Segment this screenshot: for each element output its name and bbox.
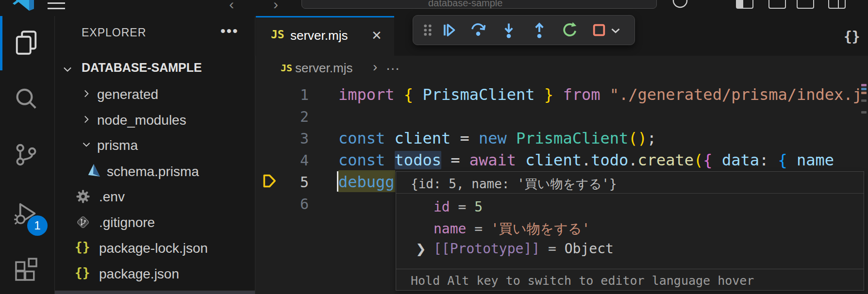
source-control-icon — [13, 141, 40, 168]
chevron-down-icon — [81, 139, 92, 150]
drag-grip-icon[interactable] — [418, 21, 437, 39]
divider — [396, 269, 864, 269]
vscode-window: { "colors": { "accent": "#0078d4", "kwBl… — [0, 0, 868, 294]
extensions-icon — [13, 256, 40, 283]
json-icon: {} — [75, 240, 90, 254]
tree-item-label: generated — [97, 87, 158, 102]
debug-session-dropdown[interactable] — [608, 21, 623, 39]
nav-back-icon[interactable]: ‹ — [229, 0, 234, 13]
close-tab-icon[interactable]: ✕ — [371, 28, 382, 43]
command-center-text: database-sample — [428, 0, 502, 9]
active-view-indicator — [0, 16, 2, 70]
js-file-icon: JS — [281, 62, 292, 74]
sidebar-title: EXPLORER — [82, 26, 146, 39]
tree-item-label: node_modules — [97, 113, 186, 128]
tree-file-.gitignore[interactable]: .gitignore — [54, 210, 255, 235]
code-line-1[interactable]: 1import { PrismaClient } from "./generat… — [255, 83, 868, 105]
tree-item-label: package.json — [99, 266, 179, 282]
divider — [396, 193, 864, 194]
debug-continue-button[interactable] — [439, 21, 457, 39]
explorer-selected-item[interactable] — [54, 291, 255, 294]
code-text: import { PrismaClient } from "./generate… — [338, 85, 862, 104]
tab-label: server.mjs — [290, 28, 348, 43]
nav-forward-icon[interactable]: › — [273, 0, 278, 13]
search-icon — [13, 86, 40, 113]
hover-hint: Hold Alt key to switch to editor languag… — [411, 274, 754, 288]
debug-hover-widget: {id: 5, name: '買い物をする'} id = 5name = '買い… — [396, 171, 864, 291]
chevron-right-icon[interactable]: ❯ — [416, 242, 426, 257]
hover-variable-Prototype[interactable]: ❯[[Prototype]] = Object — [396, 238, 864, 259]
tree-file-package-lock.json[interactable]: {}package-lock.json — [54, 236, 255, 261]
tree-item-label: schema.prisma — [107, 164, 199, 180]
tree-item-label: prisma — [97, 138, 138, 153]
variable-text: name = '買い物をする' — [434, 220, 590, 238]
line-number[interactable]: 3 — [260, 130, 309, 147]
toggle-panel-icon[interactable] — [768, 0, 786, 9]
step-into-button[interactable] — [500, 21, 518, 39]
js-file-icon: JS — [271, 28, 284, 41]
breadcrumb-file[interactable]: server.mjs — [295, 61, 352, 76]
tree-item-label: .env — [99, 189, 125, 205]
code-text: debugg — [338, 173, 395, 191]
braces-actions-icon[interactable]: {} — [844, 29, 860, 45]
breadcrumb-symbol[interactable]: … — [385, 57, 400, 73]
restart-button[interactable] — [561, 21, 579, 39]
hover-variable-name[interactable]: name = '買い物をする' — [396, 217, 864, 238]
line-number[interactable]: 1 — [260, 86, 309, 103]
line-number[interactable]: 6 — [260, 196, 309, 212]
line-number[interactable]: 4 — [260, 152, 309, 169]
gear-icon — [75, 188, 91, 205]
section-label: DATABASE-SAMPLE — [82, 61, 202, 75]
code-text: const todos = await client.todo.create({… — [338, 151, 834, 169]
code-line-2[interactable]: 2 — [255, 105, 868, 127]
step-out-button[interactable] — [530, 21, 549, 39]
code-text: const client = new PrismaClient(); — [338, 129, 656, 147]
menu-icon[interactable] — [48, 0, 65, 9]
explorer-sidebar: EXPLORER ••• DATABASE-SAMPLE generatedno… — [54, 16, 255, 294]
prisma-icon — [85, 163, 102, 180]
more-actions-icon[interactable]: ••• — [220, 23, 239, 39]
tree-item-label: .gitignore — [99, 215, 155, 230]
line-number[interactable]: 5 — [260, 174, 309, 191]
step-over-icon — [469, 21, 487, 39]
stop-icon — [590, 21, 608, 39]
command-center[interactable]: database-sample — [301, 0, 657, 9]
code-line-4[interactable]: 4const todos = await client.todo.create(… — [255, 148, 868, 170]
tree-file-.env[interactable]: .env — [54, 184, 255, 210]
tree-folder-generated[interactable]: generated — [54, 82, 255, 107]
account-icon[interactable] — [672, 0, 688, 9]
activity-bar: 1 — [0, 16, 55, 294]
hover-variable-id[interactable]: id = 5 — [396, 196, 864, 217]
tree-file-schema.prisma[interactable]: schema.prisma — [54, 159, 255, 184]
tree-file-package.json[interactable]: {}package.json — [54, 261, 255, 287]
chevron-down-icon — [608, 21, 623, 39]
chevron-right-icon — [81, 88, 92, 99]
explorer-section-database-sample[interactable]: DATABASE-SAMPLE — [54, 61, 255, 78]
tree-folder-prisma[interactable]: prisma — [54, 133, 255, 158]
sidebar-item-source-control[interactable] — [13, 141, 40, 168]
debug-badge: 1 — [27, 215, 48, 236]
customize-layout-icon[interactable] — [828, 0, 846, 9]
hover-value-preview: {id: 5, name: '買い物をする'} — [411, 176, 617, 193]
title-bar: ‹ › database-sample — [0, 0, 868, 16]
json-icon: {} — [75, 265, 90, 280]
code-line-3[interactable]: 3const client = new PrismaClient(); — [255, 127, 868, 148]
sidebar-item-search[interactable] — [13, 86, 40, 113]
sidebar-item-extensions[interactable] — [13, 256, 40, 283]
stop-button[interactable] — [590, 21, 608, 39]
line-number[interactable]: 2 — [260, 108, 309, 125]
chevron-down-icon — [61, 63, 74, 76]
restart-icon — [561, 21, 579, 39]
tree-folder-node_modules[interactable]: node_modules — [54, 108, 255, 133]
chevron-right-icon — [81, 114, 92, 125]
sidebar-item-explorer[interactable] — [13, 29, 40, 56]
vscode-logo-icon — [13, 0, 36, 11]
tab-server-mjs[interactable]: JS server.mjs ✕ — [256, 16, 394, 57]
step-over-button[interactable] — [469, 21, 487, 39]
debug-toolbar — [413, 15, 635, 45]
toggle-sidebar-icon[interactable] — [736, 0, 753, 9]
continue-icon — [439, 21, 457, 39]
toggle-secondary-sidebar-icon[interactable] — [797, 0, 814, 9]
tree-item-label: package-lock.json — [99, 241, 208, 256]
variable-text: id = 5 — [434, 199, 483, 215]
